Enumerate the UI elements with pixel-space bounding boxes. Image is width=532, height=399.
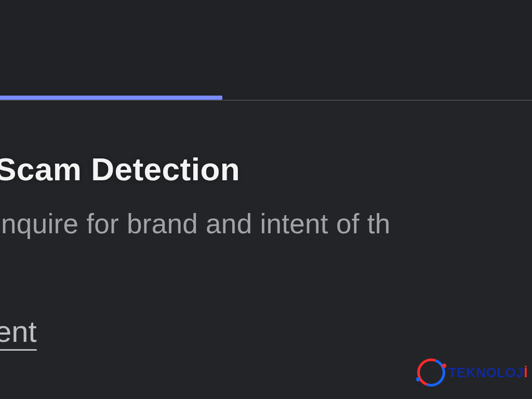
swirl-icon bbox=[417, 358, 445, 387]
window-topbar-area bbox=[0, 0, 532, 99]
tab-strip-active-indicator[interactable] bbox=[0, 96, 222, 100]
watermark-text: TEKNOLOJİ bbox=[448, 365, 528, 381]
tab-strip-baseline bbox=[0, 100, 532, 101]
section-heading-scam-detection: Scam Detection bbox=[0, 151, 240, 188]
settings-panel bbox=[0, 102, 532, 399]
settings-link-fragment[interactable]: ent bbox=[0, 314, 37, 349]
watermark-text-main: TEKNOLOJ bbox=[448, 365, 524, 380]
section-description: inquire for brand and intent of th bbox=[0, 208, 391, 240]
watermark-text-accent: İ bbox=[524, 365, 528, 380]
watermark-teknoloji: TEKNOLOJİ bbox=[417, 358, 528, 387]
